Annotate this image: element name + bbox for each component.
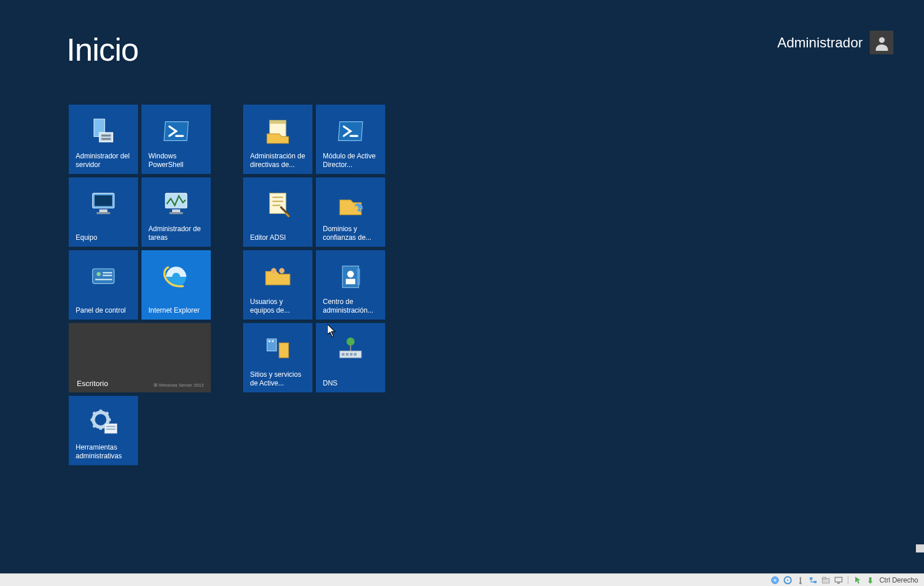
svg-rect-7 bbox=[99, 209, 107, 212]
desktop-watermark: ⊞ Windows Server 2012 bbox=[154, 383, 204, 388]
control-panel-icon bbox=[87, 261, 120, 293]
keyboard-icon[interactable] bbox=[866, 576, 875, 585]
tile-label: Administrador de tareas bbox=[148, 225, 206, 242]
tile-label: Sitios y servicios de Active... bbox=[250, 370, 308, 388]
tile-label: DNS bbox=[323, 379, 381, 388]
tile-server-manager[interactable]: Administrador del servidor bbox=[69, 105, 138, 174]
svg-point-44 bbox=[787, 579, 788, 580]
tile-ad-powershell-module[interactable]: Módulo de Active Director... bbox=[316, 105, 385, 174]
svg-rect-46 bbox=[810, 577, 813, 580]
vm-status-bar: Ctrl Derecho bbox=[0, 573, 924, 586]
tile-label: Editor ADSI bbox=[250, 233, 308, 242]
svg-point-25 bbox=[271, 268, 276, 273]
tile-task-manager[interactable]: Administrador de tareas bbox=[141, 177, 211, 247]
tile-label: Windows PowerShell bbox=[148, 152, 206, 169]
svg-rect-39 bbox=[350, 353, 353, 356]
tile-ad-sites-services[interactable]: Sitios y servicios de Active... bbox=[243, 323, 312, 392]
dns-icon bbox=[334, 333, 367, 366]
svg-point-42 bbox=[774, 579, 776, 581]
svg-rect-49 bbox=[822, 577, 826, 579]
tile-admin-tools[interactable]: Herramientas administrativas bbox=[69, 396, 138, 465]
svg-rect-8 bbox=[96, 212, 110, 214]
disk-icon[interactable] bbox=[770, 576, 780, 585]
tile-label: Administración de directivas de... bbox=[250, 152, 308, 169]
svg-rect-16 bbox=[95, 279, 112, 280]
adsi-icon bbox=[262, 188, 294, 220]
svg-rect-33 bbox=[269, 340, 271, 343]
start-screen: Inicio Administrador Administrador del s… bbox=[0, 0, 924, 566]
tile-dns[interactable]: DNS bbox=[316, 323, 385, 392]
svg-rect-6 bbox=[95, 195, 112, 206]
domains-icon bbox=[334, 188, 367, 220]
svg-rect-29 bbox=[346, 279, 355, 284]
tile-label: Equipo bbox=[76, 233, 133, 242]
tile-ad-admin-center[interactable]: Centro de administración... bbox=[316, 250, 385, 320]
network-icon[interactable] bbox=[808, 576, 818, 585]
tile-control-panel[interactable]: Panel de control bbox=[69, 250, 138, 320]
tile-adsi-edit[interactable]: Editor ADSI bbox=[243, 177, 312, 247]
svg-rect-20 bbox=[106, 426, 116, 427]
mouse-capture-icon[interactable] bbox=[853, 576, 862, 585]
statusbar-separator bbox=[848, 576, 848, 584]
tile-group-2: Administración de directivas de...Módulo… bbox=[243, 105, 385, 465]
svg-rect-2 bbox=[99, 132, 113, 142]
tile-label: Usuarios y equipos de... bbox=[250, 298, 308, 315]
tile-ad-domains-trusts[interactable]: Dominios y confianzas de... bbox=[316, 177, 385, 247]
svg-rect-21 bbox=[106, 429, 116, 430]
computer-icon bbox=[87, 188, 120, 220]
user-avatar-icon bbox=[870, 31, 893, 54]
user-name-label: Administrador bbox=[777, 35, 863, 51]
svg-rect-14 bbox=[103, 272, 112, 273]
display-icon[interactable] bbox=[834, 576, 843, 585]
svg-rect-3 bbox=[102, 135, 111, 137]
svg-rect-23 bbox=[270, 120, 286, 124]
svg-point-45 bbox=[799, 582, 802, 584]
svg-point-13 bbox=[96, 272, 100, 276]
svg-rect-34 bbox=[272, 340, 274, 343]
start-header: Inicio Administrador bbox=[0, 26, 924, 72]
tile-computer[interactable]: Equipo bbox=[69, 177, 138, 247]
svg-rect-4 bbox=[102, 138, 111, 140]
svg-point-28 bbox=[347, 271, 354, 278]
usb-icon[interactable] bbox=[796, 576, 805, 585]
sites-icon bbox=[262, 333, 294, 366]
tile-gp-management[interactable]: Administración de directivas de... bbox=[243, 105, 312, 174]
svg-point-0 bbox=[879, 37, 885, 43]
powershell-icon bbox=[334, 115, 367, 147]
svg-rect-10 bbox=[172, 209, 180, 212]
tile-label: Módulo de Active Director... bbox=[323, 152, 381, 169]
scroll-corner bbox=[916, 544, 924, 552]
svg-rect-47 bbox=[814, 581, 817, 583]
notepad-folder-icon bbox=[262, 115, 294, 147]
svg-rect-40 bbox=[354, 353, 357, 356]
server-manager-icon bbox=[87, 115, 120, 147]
optical-icon[interactable] bbox=[783, 576, 792, 585]
page-title: Inicio bbox=[66, 31, 139, 68]
tile-internet-explorer[interactable]: Internet Explorer bbox=[141, 250, 211, 320]
svg-rect-50 bbox=[835, 577, 842, 582]
task-manager-icon bbox=[160, 188, 192, 220]
tile-area: Administrador del servidorWindows PowerS… bbox=[69, 105, 385, 465]
ad-center-icon bbox=[334, 261, 367, 293]
tile-group-1: Administrador del servidorWindows PowerS… bbox=[69, 105, 211, 465]
user-account-button[interactable]: Administrador bbox=[777, 31, 893, 54]
svg-rect-32 bbox=[279, 343, 288, 358]
ie-icon bbox=[160, 261, 192, 293]
admin-tools-icon bbox=[87, 406, 120, 439]
tile-desktop[interactable]: Escritorio⊞ Windows Server 2012 bbox=[69, 323, 211, 392]
svg-rect-15 bbox=[103, 275, 112, 276]
svg-rect-37 bbox=[342, 353, 345, 356]
svg-point-26 bbox=[279, 268, 284, 273]
svg-rect-38 bbox=[346, 353, 349, 356]
svg-point-35 bbox=[346, 337, 355, 346]
host-key-label: Ctrl Derecho bbox=[880, 576, 918, 584]
svg-rect-30 bbox=[357, 269, 360, 285]
tile-label: Herramientas administrativas bbox=[76, 443, 133, 461]
tile-label: Centro de administración... bbox=[323, 298, 381, 315]
tile-ad-users-computers[interactable]: Usuarios y equipos de... bbox=[243, 250, 312, 320]
svg-rect-51 bbox=[837, 583, 840, 584]
users-folder-icon bbox=[262, 261, 294, 293]
tile-powershell[interactable]: Windows PowerShell bbox=[141, 105, 211, 174]
shared-folder-icon[interactable] bbox=[821, 576, 830, 585]
tile-label: Administrador del servidor bbox=[76, 152, 133, 169]
